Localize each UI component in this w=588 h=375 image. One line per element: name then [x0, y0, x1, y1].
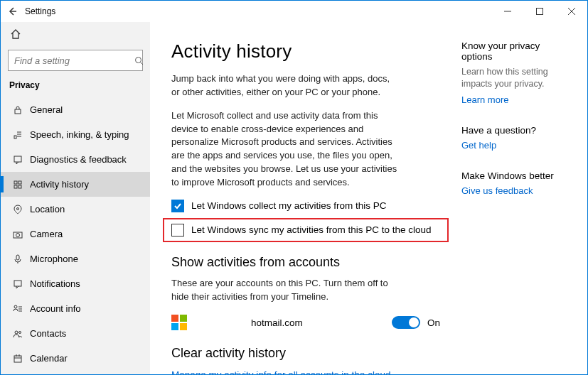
sidebar-item-label: Activity history [26, 179, 89, 190]
settings-window: Settings Privacy [0, 0, 588, 375]
sidebar-item-contacts[interactable]: Contacts [1, 321, 150, 346]
account-row: hotmail.com On [171, 315, 440, 330]
search-icon [134, 56, 144, 65]
checkbox-collect-label: Let Windows collect my activities from t… [191, 200, 387, 211]
sidebar-item-diagnostics[interactable]: Diagnostics & feedback [1, 147, 150, 172]
search-input[interactable] [14, 55, 134, 66]
sidebar-item-speech[interactable]: Speech, inking, & typing [1, 122, 150, 147]
intro-text-1: Jump back into what you were doing with … [171, 72, 399, 99]
sidebar-item-call-history[interactable]: Call history [1, 371, 150, 374]
nav-list[interactable]: General Speech, inking, & typing Diagnos… [1, 97, 150, 374]
main-column: Activity history Jump back into what you… [150, 22, 461, 374]
checkbox-collect-row[interactable]: Let Windows collect my activities from t… [171, 200, 440, 212]
svg-rect-12 [14, 185, 17, 188]
svg-point-16 [16, 233, 20, 237]
svg-line-6 [141, 62, 144, 65]
intro-text-2: Let Microsoft collect and use activity d… [171, 109, 399, 190]
activity-icon [10, 180, 26, 190]
sidebar-item-label: Notifications [26, 278, 80, 289]
body: Privacy General Speech, inking, & typing… [1, 22, 587, 374]
sidebar-item-account-info[interactable]: Account info [1, 296, 150, 321]
svg-rect-10 [14, 181, 17, 184]
notifications-icon [10, 279, 26, 289]
svg-point-20 [15, 331, 18, 334]
calendar-icon [10, 354, 26, 364]
maximize-button[interactable] [523, 1, 555, 22]
toggle-state-label: On [427, 317, 440, 328]
maximize-icon [536, 8, 543, 15]
content-area[interactable]: Activity history Jump back into what you… [150, 22, 587, 374]
window-title: Settings [23, 6, 55, 16]
svg-rect-22 [14, 356, 21, 362]
sidebar-item-label: Speech, inking, & typing [26, 129, 129, 140]
svg-rect-17 [16, 255, 19, 260]
checkbox-sync-label: Let Windows sync my activities from this… [191, 224, 432, 235]
accounts-text: These are your accounts on this PC. Turn… [171, 277, 399, 304]
sidebar-item-label: Contacts [26, 328, 66, 339]
aside-column: Know your privacy options Learn how this… [461, 22, 587, 374]
svg-rect-18 [14, 281, 21, 286]
sidebar-item-label: Calendar [26, 353, 68, 364]
speech-icon [10, 130, 26, 140]
microsoft-logo-icon [171, 315, 187, 330]
clear-heading: Clear activity history [171, 346, 440, 361]
location-icon [10, 205, 26, 214]
sidebar-item-label: Diagnostics & feedback [26, 154, 127, 165]
close-icon [568, 8, 575, 15]
sidebar-item-notifications[interactable]: Notifications [1, 271, 150, 296]
checkbox-collect[interactable] [171, 200, 184, 212]
account-label: hotmail.com [251, 317, 392, 328]
contacts-icon [10, 329, 26, 339]
sidebar-item-label: Account info [26, 303, 81, 314]
titlebar: Settings [1, 1, 587, 22]
get-help-link[interactable]: Get help [461, 140, 573, 151]
svg-rect-11 [18, 181, 21, 184]
back-button[interactable] [1, 1, 23, 22]
sidebar-item-camera[interactable]: Camera [1, 222, 150, 246]
close-button[interactable] [555, 1, 587, 22]
svg-point-21 [19, 331, 21, 333]
sidebar-item-location[interactable]: Location [1, 197, 150, 222]
svg-rect-13 [18, 185, 21, 188]
minimize-icon [504, 8, 511, 15]
account-toggle[interactable] [392, 316, 420, 329]
section-label: Privacy [1, 77, 150, 97]
check-icon [173, 202, 182, 210]
camera-icon [10, 229, 26, 239]
home-icon [10, 28, 21, 40]
sidebar-item-label: Camera [26, 229, 63, 239]
sidebar-item-label: Microphone [26, 254, 78, 264]
sidebar-item-microphone[interactable]: Microphone [1, 246, 150, 271]
home-button[interactable] [1, 22, 150, 46]
svg-point-14 [17, 207, 19, 210]
page-title: Activity history [171, 40, 440, 62]
sidebar-item-general[interactable]: General [1, 97, 150, 122]
minimize-button[interactable] [491, 1, 523, 22]
sidebar-item-activity-history[interactable]: Activity history [1, 172, 150, 197]
manage-activity-link[interactable]: Manage my activity info for all accounts… [171, 369, 440, 374]
know-privacy-heading: Know your privacy options [461, 40, 573, 62]
lock-icon [10, 105, 26, 115]
svg-rect-9 [14, 156, 21, 162]
feedback-link[interactable]: Give us feedback [461, 185, 573, 196]
svg-rect-7 [15, 109, 21, 114]
accounts-heading: Show activities from accounts [171, 255, 440, 270]
highlighted-sync-option: Let Windows sync my activities from this… [163, 218, 449, 242]
sidebar-item-calendar[interactable]: Calendar [1, 346, 150, 371]
checkbox-sync-row[interactable]: Let Windows sync my activities from this… [171, 224, 440, 237]
account-icon [10, 304, 26, 314]
learn-more-link[interactable]: Learn more [461, 94, 573, 105]
sidebar: Privacy General Speech, inking, & typing… [1, 22, 150, 374]
sidebar-item-label: Location [26, 204, 65, 214]
question-heading: Have a question? [461, 125, 573, 136]
know-privacy-text: Learn how this setting impacts your priv… [461, 66, 573, 90]
better-heading: Make Windows better [461, 170, 573, 181]
checkbox-sync[interactable] [171, 224, 184, 237]
search-box[interactable] [8, 50, 143, 71]
microphone-icon [10, 254, 26, 264]
svg-rect-8 [14, 136, 16, 138]
svg-rect-2 [536, 9, 542, 15]
svg-point-19 [14, 305, 17, 308]
svg-point-5 [136, 57, 141, 62]
sidebar-item-label: General [26, 104, 63, 115]
